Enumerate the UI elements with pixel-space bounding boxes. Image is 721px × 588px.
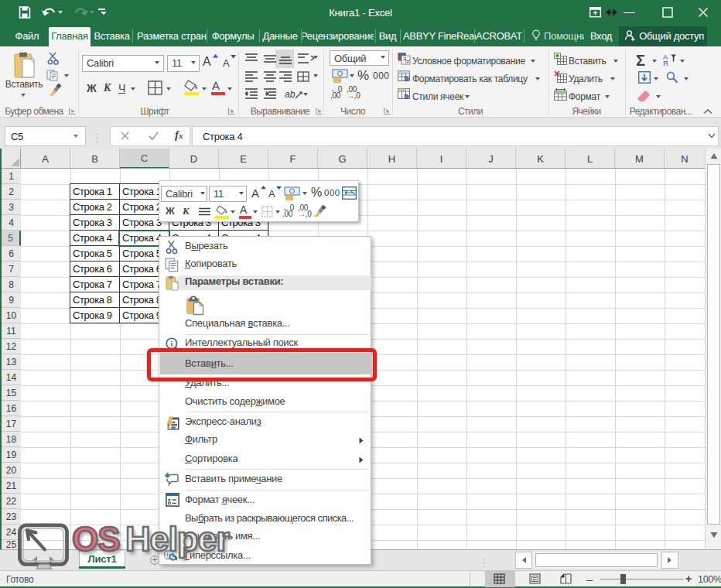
svg-text:≠: ≠: [407, 59, 410, 64]
svg-text:ab: ab: [285, 89, 296, 100]
svg-text:Я: Я: [663, 60, 668, 66]
svg-text:=: =: [403, 56, 406, 61]
